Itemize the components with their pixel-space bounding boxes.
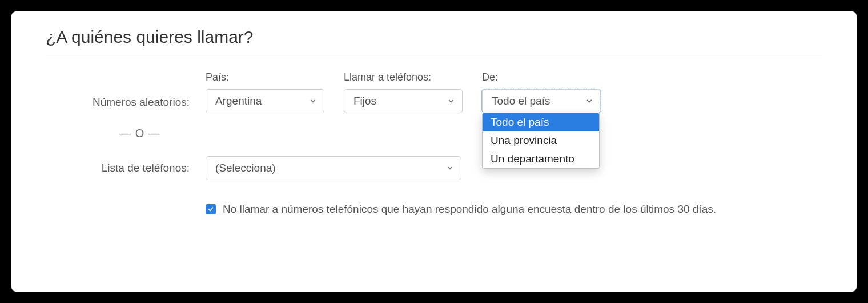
random-fields: País: Argentina Llamar a teléfonos: Fijo… (206, 71, 601, 113)
scope-select[interactable]: Todo el país (482, 89, 601, 113)
phone-list-select[interactable]: (Selecciona) (206, 156, 461, 180)
page-title: ¿A quiénes quieres llamar? (46, 27, 822, 55)
country-label: País: (206, 71, 324, 83)
chevron-down-icon (309, 97, 317, 105)
form-card: ¿A quiénes quieres llamar? Números aleat… (11, 11, 857, 292)
chevron-down-icon (446, 164, 454, 172)
scope-option[interactable]: Un departamento (483, 150, 599, 168)
form-area: Números aleatorios: País: Argentina Llam… (46, 71, 822, 216)
exclusion-checkbox-row: No llamar a números telefónicos que haya… (74, 203, 822, 216)
country-select[interactable]: Argentina (206, 89, 324, 113)
exclusion-checkbox[interactable] (206, 204, 216, 214)
scope-group: De: Todo el país Todo el país Una provin… (482, 71, 601, 113)
phone-list-row: Lista de teléfonos: (Selecciona) (74, 156, 822, 180)
random-numbers-row: Números aleatorios: País: Argentina Llam… (74, 71, 822, 113)
call-to-value: Fijos (353, 95, 376, 107)
chevron-down-icon (447, 97, 455, 105)
call-to-group: Llamar a teléfonos: Fijos (344, 71, 463, 113)
scope-dropdown-menu: Todo el país Una provincia Un departamen… (482, 113, 600, 169)
scope-option[interactable]: Una provincia (483, 131, 599, 150)
scope-value: Todo el país (492, 95, 550, 107)
scope-label: De: (482, 71, 601, 83)
exclusion-checkbox-label: No llamar a números telefónicos que haya… (223, 203, 716, 216)
random-numbers-label: Números aleatorios: (74, 96, 206, 113)
chevron-down-icon (585, 97, 593, 105)
scope-option[interactable]: Todo el país (483, 113, 599, 131)
call-to-label: Llamar a teléfonos: (344, 71, 463, 83)
call-to-select[interactable]: Fijos (344, 89, 463, 113)
or-row: — O — (74, 127, 822, 140)
phone-list-value: (Selecciona) (215, 162, 276, 174)
country-value: Argentina (215, 95, 262, 107)
country-group: País: Argentina (206, 71, 324, 113)
phone-list-label: Lista de teléfonos: (74, 162, 206, 174)
or-divider: — O — (74, 127, 206, 140)
